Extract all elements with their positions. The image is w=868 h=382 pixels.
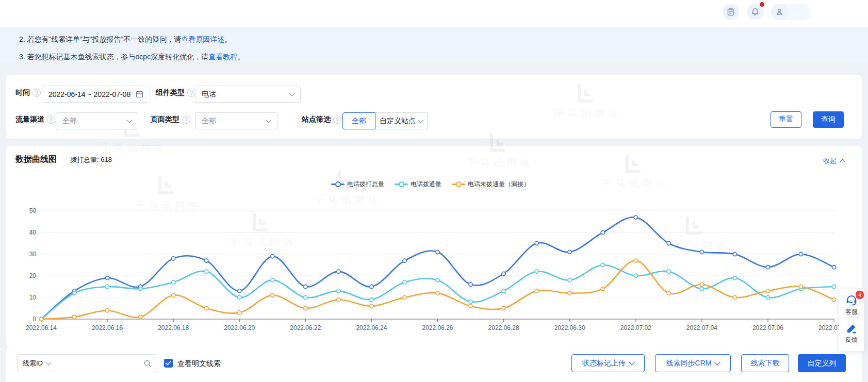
page-type-value: 全部 [202, 117, 216, 126]
chevron-down-icon [715, 359, 720, 365]
svg-text:10: 10 [29, 294, 37, 301]
user-icon [771, 4, 788, 20]
search-icon[interactable] [139, 359, 156, 368]
traffic-channel-value: 全部 [62, 117, 77, 126]
component-type-select[interactable]: 电话 [195, 86, 301, 103]
help-icon[interactable]: ? [182, 115, 190, 124]
svg-text:2022.06.22: 2022.06.22 [290, 324, 321, 331]
custom-columns-button[interactable]: 自定义列 [798, 354, 846, 372]
chevron-up-icon [840, 159, 845, 164]
date-range-value: 2022-06-14 ~ 2022-07-08 [48, 90, 130, 98]
traffic-channel-label-group: 流量渠道 ? [15, 115, 55, 124]
notice-banner: 2. 若您有“线索详单”与“投放报告”不一致的疑问，请查看原因详述。 3. 若您… [0, 27, 868, 62]
help-icon[interactable]: ? [333, 115, 341, 124]
svg-text:2022.06.24: 2022.06.24 [356, 324, 387, 331]
search-field-select[interactable]: 线索ID [18, 355, 56, 372]
traffic-channel-select[interactable]: 全部 [56, 112, 138, 129]
svg-text:0: 0 [32, 315, 36, 323]
svg-text:2022.07.04: 2022.07.04 [686, 324, 717, 331]
time-filter-label-group: 时间 ? [15, 88, 41, 97]
checkbox-check-icon [166, 361, 171, 366]
svg-text:2022.07.02: 2022.07.02 [620, 324, 651, 331]
svg-text:2022.06.18: 2022.06.18 [158, 324, 189, 331]
svg-text:2022.06.14: 2022.06.14 [26, 324, 57, 331]
legend-item[interactable]: 电话拨通量 [395, 180, 441, 189]
customer-service-label: 客服 [845, 308, 858, 317]
feedback-button[interactable]: 反馈 [845, 322, 858, 344]
notification-dot-icon [760, 2, 764, 7]
site-filter-group: 全部 自定义站点 [342, 112, 428, 129]
user-menu[interactable] [771, 4, 811, 20]
site-filter-label: 站点筛选 [302, 115, 331, 124]
chart-header: 数据曲线图 拨打总量: 618 [15, 154, 112, 165]
notice-line-2: 2. 若您有“线索详单”与“投放报告”不一致的疑问，请查看原因详述。 [19, 30, 868, 48]
search-input[interactable] [56, 359, 139, 368]
search-field-label: 线索ID [23, 359, 43, 368]
site-filter-label-group: 站点筛选 ? [302, 115, 341, 124]
svg-text:20: 20 [29, 272, 37, 279]
chevron-down-icon [45, 359, 51, 365]
lead-download-button[interactable]: 线索下载 [741, 354, 789, 372]
notice-link-reason-details[interactable]: 查看原因详述 [181, 35, 224, 43]
svg-text:2022.06.28: 2022.06.28 [488, 324, 519, 331]
bell-icon[interactable] [747, 4, 763, 20]
floating-helper-widget: 4 客服 反馈 [839, 289, 864, 351]
page: 2. 若您有“线索详单”与“投放报告”不一致的疑问，请查看原因详述。 3. 若您… [0, 0, 868, 382]
filter-panel: 时间 ? 2022-06-14 ~ 2022-07-08 组件类型 ? 电话 流… [6, 75, 862, 139]
topbar-icons [723, 4, 811, 20]
time-label: 时间 [15, 88, 30, 97]
chevron-down-icon [418, 117, 423, 123]
page-type-label-group: 页面类型 ? [151, 115, 190, 124]
pencil-icon [845, 322, 858, 335]
reset-button[interactable]: 重置 [771, 111, 801, 128]
svg-text:2022.06.20: 2022.06.20 [224, 324, 255, 331]
chevron-down-icon [629, 359, 634, 365]
legend-item[interactable]: 电话未拨通量（漏接） [452, 180, 530, 189]
page-type-select[interactable]: 全部 [195, 112, 277, 129]
calendar-icon [136, 90, 143, 98]
topbar [0, 0, 868, 27]
leads-toolbar: 线索ID 查看明文线索 状态标记上传 线索同步CRM 线索下载 自定义列 [6, 346, 862, 382]
plaintext-leads-label: 查看明文线索 [177, 359, 221, 369]
svg-text:2022.06.30: 2022.06.30 [554, 324, 585, 331]
chart-title: 数据曲线图 [15, 154, 57, 165]
line-chart: 010203040502022.06.142022.06.162022.06.1… [6, 197, 862, 344]
site-all-button[interactable]: 全部 [342, 112, 375, 129]
lead-search-combo: 线索ID [17, 354, 156, 372]
svg-text:50: 50 [29, 207, 37, 214]
legend-item[interactable]: 电话拨打总量 [331, 180, 384, 189]
help-icon[interactable]: ? [47, 115, 55, 124]
notice-link-tutorial[interactable]: 查看教程 [208, 53, 237, 61]
notice-text-suffix: 。 [237, 53, 244, 61]
query-button[interactable]: 查询 [813, 111, 844, 128]
site-custom-button[interactable]: 自定义站点 [375, 112, 428, 129]
component-type-value: 电话 [202, 90, 216, 99]
svg-text:2022.06.26: 2022.06.26 [422, 324, 453, 331]
notice-text-suffix: 。 [224, 35, 232, 43]
service-badge: 4 [855, 290, 864, 300]
feedback-label: 反馈 [845, 336, 858, 344]
help-icon[interactable]: ? [187, 89, 195, 97]
status-mark-upload-button[interactable]: 状态标记上传 [571, 354, 645, 372]
component-type-label: 组件类型 [156, 88, 185, 97]
plaintext-leads-checkbox[interactable] [164, 359, 173, 368]
notice-text: 3. 若您想标记基木鱼线索状态，参与ocpc深度转化优化，请 [19, 53, 208, 61]
chevron-down-icon [126, 117, 132, 123]
chevron-down-icon [266, 117, 271, 123]
clipboard-icon[interactable] [723, 4, 739, 20]
component-type-label-group: 组件类型 ? [156, 88, 195, 97]
svg-text:30: 30 [29, 251, 37, 258]
chart-panel: 数据曲线图 拨打总量: 618 收起 电话拨打总量电话拨通量电话未拨通量（漏接）… [6, 146, 862, 346]
svg-text:2022.07.06: 2022.07.06 [752, 324, 783, 331]
date-range-input[interactable]: 2022-06-14 ~ 2022-07-08 [42, 86, 150, 103]
chart-legend: 电话拨打总量电话拨通量电话未拨通量（漏接） [331, 180, 530, 189]
notice-line-3: 3. 若您想标记基木鱼线索状态，参与ocpc深度转化优化，请查看教程。 [19, 48, 868, 65]
page-type-label: 页面类型 [151, 115, 179, 124]
help-icon[interactable]: ? [32, 89, 41, 97]
svg-text:40: 40 [29, 229, 37, 236]
collapse-link[interactable]: 收起 [823, 156, 845, 165]
chart-total-count: 拨打总量: 618 [70, 155, 112, 164]
traffic-channel-label: 流量渠道 [15, 115, 44, 124]
lead-sync-crm-button[interactable]: 线索同步CRM [655, 354, 731, 372]
chevron-down-icon [289, 90, 294, 96]
